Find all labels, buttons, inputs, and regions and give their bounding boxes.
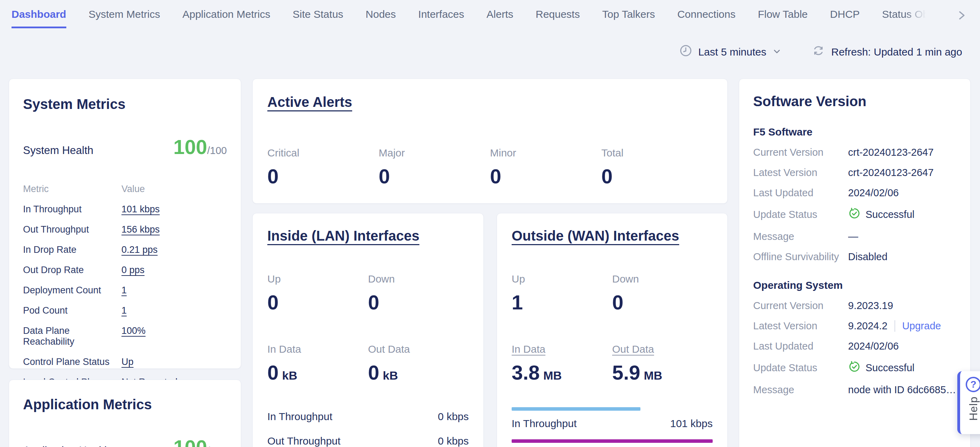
dashboard-page: Dashboard System Metrics Application Met… xyxy=(0,0,980,447)
wan-up-stat: Up 1 xyxy=(512,273,612,314)
row-value: Disabled xyxy=(848,251,956,263)
alert-stat-label: Total xyxy=(601,147,713,159)
table-row: In Drop Rate0.21 pps xyxy=(23,244,227,255)
tab-nodes[interactable]: Nodes xyxy=(366,8,396,28)
upgrade-link[interactable]: Upgrade xyxy=(894,320,941,332)
active-alerts-title-link[interactable]: Active Alerts xyxy=(267,94,352,110)
lan-out-data-value: 0kB xyxy=(368,361,469,384)
metric-value-link[interactable]: 156 kbps xyxy=(121,224,160,235)
tab-status-objects[interactable]: Status Ob xyxy=(882,8,928,28)
nav-overflow-chevron-right-icon[interactable] xyxy=(956,8,967,24)
column-header-value: Value xyxy=(121,184,227,195)
help-tab[interactable]: ? Help xyxy=(957,371,980,434)
lan-up-label: Up xyxy=(267,273,368,285)
alert-stat-total: Total 0 xyxy=(601,147,713,188)
tab-application-metrics[interactable]: Application Metrics xyxy=(183,8,270,28)
wan-down-stat: Down 0 xyxy=(612,273,713,314)
metric-value-link[interactable]: 1 xyxy=(121,285,127,296)
refresh-control[interactable]: Refresh: Updated 1 min ago xyxy=(812,44,962,60)
wan-interfaces-title-link[interactable]: Outside (WAN) Interfaces xyxy=(512,228,679,244)
column-header-metric: Metric xyxy=(23,184,121,195)
wan-in-throughput-row: In Throughput 101 kbps xyxy=(512,418,713,429)
row-value: — xyxy=(848,231,956,243)
lan-down-label: Down xyxy=(368,273,469,285)
f5-update-status-row: Update Status Successful xyxy=(753,207,956,222)
dashboard-controls: Last 5 minutes Refresh: Updated 1 min ag… xyxy=(679,44,962,60)
row-label: Update Status xyxy=(753,209,848,220)
tab-dashboard[interactable]: Dashboard xyxy=(11,8,66,28)
tab-alerts[interactable]: Alerts xyxy=(487,8,513,28)
refresh-status-text: Refresh: Updated 1 min ago xyxy=(831,46,962,58)
table-row: Out Throughput156 kbps xyxy=(23,224,227,235)
chevron-down-icon xyxy=(773,46,781,58)
metric-value-link[interactable]: Up xyxy=(121,356,134,367)
wan-interfaces-card: Outside (WAN) Interfaces Up 1 Down 0 In … xyxy=(496,213,728,447)
row-value: Successful xyxy=(848,207,956,222)
row-value: 9.2023.19 xyxy=(848,300,956,311)
metric-value-link[interactable]: 100% xyxy=(121,326,146,336)
system-metrics-table: Metric Value In Throughput101 kbps Out T… xyxy=(23,184,227,399)
wan-down-value: 0 xyxy=(612,291,713,314)
metric-label: Deployment Count xyxy=(23,285,121,296)
tab-site-status[interactable]: Site Status xyxy=(293,8,344,28)
lan-in-throughput-label: In Throughput xyxy=(267,411,332,423)
active-alerts-card: Active Alerts Critical 0 Major 0 Minor 0… xyxy=(252,78,728,204)
system-health-row: System Health 100/100 xyxy=(23,135,227,158)
tab-dhcp[interactable]: DHCP xyxy=(830,8,860,28)
lan-updown-stats: Up 0 Down 0 xyxy=(267,273,469,314)
wan-down-label: Down xyxy=(612,273,713,285)
wan-out-data-link[interactable]: Out Data xyxy=(612,343,654,355)
help-tab-label: Help xyxy=(967,396,980,421)
update-status-text: Successful xyxy=(865,209,915,220)
tab-system-metrics[interactable]: System Metrics xyxy=(89,8,160,28)
row-label: Message xyxy=(753,231,848,243)
time-range-value: Last 5 minutes xyxy=(698,46,767,58)
wan-in-throughput-label: In Throughput xyxy=(512,418,577,429)
row-label: Latest Version xyxy=(753,167,848,179)
lan-out-throughput-row: Out Throughput 0 kbps xyxy=(267,435,469,447)
application-health-row: Application Health 100/100 xyxy=(23,436,227,447)
tab-interfaces[interactable]: Interfaces xyxy=(418,8,464,28)
row-label: Current Version xyxy=(753,147,848,158)
application-health-max: /100 xyxy=(207,445,227,447)
lan-out-data-label: Out Data xyxy=(368,343,469,355)
system-metrics-title: System Metrics xyxy=(23,96,227,112)
alert-stat-critical: Critical 0 xyxy=(267,147,379,188)
tab-flow-table[interactable]: Flow Table xyxy=(758,8,808,28)
lan-interfaces-title-link[interactable]: Inside (LAN) Interfaces xyxy=(267,228,420,244)
os-current-version-row: Current Version 9.2023.19 xyxy=(753,300,956,311)
f5-message-row: Message — xyxy=(753,230,956,243)
metric-value-link[interactable]: 1 xyxy=(121,305,127,316)
tab-connections[interactable]: Connections xyxy=(678,8,736,28)
metric-value-link[interactable]: 0 pps xyxy=(121,265,145,276)
lan-out-data-stat: Out Data 0kB xyxy=(368,343,469,384)
software-version-title: Software Version xyxy=(753,94,956,109)
wan-up-value: 1 xyxy=(512,291,612,314)
row-label: Message xyxy=(753,384,848,396)
lan-interfaces-card: Inside (LAN) Interfaces Up 0 Down 0 In D… xyxy=(252,213,484,447)
table-row: Deployment Count1 xyxy=(23,285,227,296)
alert-stat-value: 0 xyxy=(601,164,713,188)
tab-top-talkers[interactable]: Top Talkers xyxy=(602,8,655,28)
tab-requests[interactable]: Requests xyxy=(536,8,580,28)
alert-stat-value: 0 xyxy=(267,164,379,188)
alert-stat-value: 0 xyxy=(490,164,601,188)
alert-stat-label: Major xyxy=(379,147,490,159)
row-label: Latest Version xyxy=(753,320,848,332)
table-row: Pod Count1 xyxy=(23,305,227,316)
os-last-updated-row: Last Updated 2024/02/06 xyxy=(753,340,956,352)
lan-in-data-label: In Data xyxy=(267,343,368,355)
system-metrics-card: System Metrics System Health 100/100 Met… xyxy=(9,78,241,369)
system-health-label: System Health xyxy=(23,144,94,157)
operating-system-heading: Operating System xyxy=(753,279,956,291)
row-value: crt-20240123-2647 xyxy=(848,167,956,179)
metric-value-link[interactable]: 0.21 pps xyxy=(121,244,158,255)
time-range-picker[interactable]: Last 5 minutes xyxy=(679,44,781,59)
question-mark-icon: ? xyxy=(966,377,980,392)
metric-value-link[interactable]: 101 kbps xyxy=(121,204,160,215)
alert-stat-label: Critical xyxy=(267,147,379,159)
lan-up-stat: Up 0 xyxy=(267,273,368,314)
metric-label: Pod Count xyxy=(23,305,121,316)
system-health-max: /100 xyxy=(207,145,227,156)
wan-in-data-link[interactable]: In Data xyxy=(512,343,546,355)
